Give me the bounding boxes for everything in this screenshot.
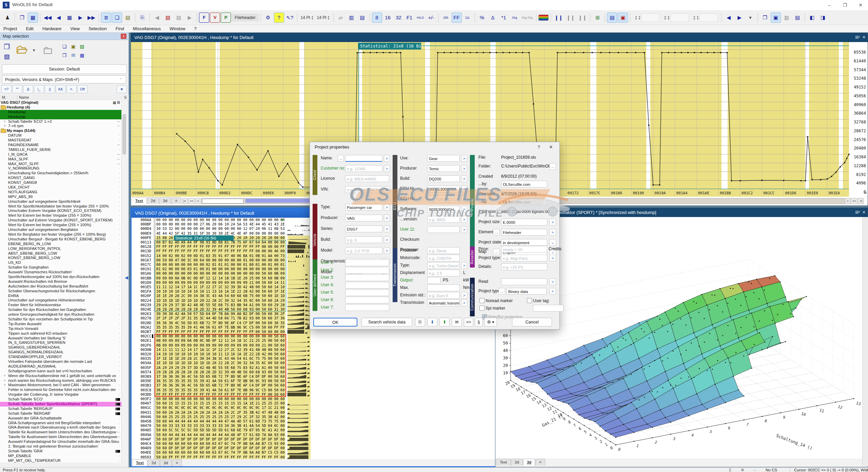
hex-byte[interactable]: 60 — [161, 428, 167, 432]
hex-byte[interactable]: 87 — [249, 428, 255, 432]
hex-byte[interactable]: FF — [155, 330, 161, 334]
hex-byte[interactable]: 00 — [255, 325, 261, 330]
user-2-input[interactable] — [345, 267, 389, 274]
hex-byte[interactable]: 5C — [180, 428, 186, 432]
hex-byte[interactable]: 6B — [199, 321, 205, 325]
hex-byte[interactable]: DF — [267, 437, 273, 441]
hex-byte[interactable]: 00 — [279, 415, 285, 419]
hex-byte[interactable]: 44 — [255, 222, 261, 227]
hex-byte[interactable]: 41 — [193, 325, 199, 330]
hex-byte[interactable]: 00 — [279, 231, 285, 236]
hex-byte[interactable]: DF — [193, 446, 199, 450]
panel-close-button[interactable]: x — [121, 34, 126, 39]
hilo-button[interactable]: HILO — [415, 13, 426, 23]
hex-byte[interactable]: 00 — [255, 316, 261, 320]
sign-button[interactable]: +/- — [426, 13, 436, 23]
hex-byte[interactable]: 8B — [230, 325, 236, 330]
hex-byte[interactable]: 15 — [180, 401, 186, 406]
hex-byte[interactable]: DF — [205, 437, 211, 441]
hex-byte[interactable]: 65 — [193, 321, 199, 325]
new-version-icon[interactable]: ❏ — [60, 43, 68, 50]
hex-byte[interactable]: 00 — [261, 218, 267, 222]
tree-map-row[interactable]: TABELLE_FUER_SERIE· — [0, 148, 121, 152]
hex-byte[interactable]: 9A — [249, 450, 255, 455]
hex-byte[interactable]: 00 — [279, 428, 285, 432]
hex-byte[interactable]: 00 — [161, 397, 167, 401]
hex-byte[interactable]: 48 — [267, 410, 273, 415]
hex-byte[interactable]: 48 — [230, 433, 236, 437]
tab-Text[interactable]: Text — [496, 459, 511, 466]
hex-byte[interactable]: 50 — [261, 312, 267, 316]
hex-byte[interactable]: B2 — [242, 312, 248, 316]
hex-byte[interactable]: 61 — [249, 433, 255, 437]
user-tag-input[interactable] — [533, 305, 564, 312]
hex-byte[interactable]: 08 — [161, 236, 167, 240]
hex-byte[interactable]: DF — [249, 321, 255, 325]
expand-button[interactable]: > — [384, 165, 390, 172]
hex-byte[interactable]: CF — [242, 321, 248, 325]
hex-byte[interactable]: 15 — [205, 401, 211, 406]
hex-byte[interactable]: 5D — [193, 428, 199, 432]
cancel-button[interactable]: Cancel — [512, 318, 552, 327]
hex-byte[interactable]: 25 — [186, 415, 193, 419]
filter-button-6[interactable]: =. — [66, 85, 77, 93]
hex-byte[interactable]: 4F — [236, 433, 242, 437]
hex-byte[interactable]: 68 — [230, 428, 236, 432]
hex-byte[interactable]: 17 — [261, 406, 267, 410]
filter-button-3[interactable]: i_ — [34, 85, 44, 93]
hex-byte[interactable]: 33 — [186, 424, 193, 428]
hex-byte[interactable]: 5C — [186, 428, 193, 432]
tree-map-row[interactable]: MASTERDAT· — [0, 138, 121, 143]
hex-byte[interactable]: 36 — [273, 321, 279, 325]
hex-byte[interactable]: DF — [199, 437, 205, 441]
hex-byte[interactable]: FF — [180, 455, 186, 459]
hex-byte[interactable]: 00 — [174, 227, 180, 231]
hex-byte[interactable]: FF — [273, 325, 279, 330]
hex-byte[interactable]: 2A — [205, 410, 211, 415]
hex-byte[interactable]: 00 — [279, 330, 285, 334]
tree-map-row[interactable]: PAGINDEXNAME— — [0, 143, 121, 148]
hex-byte[interactable]: FF — [249, 455, 255, 459]
comm-ptype-input[interactable]: Binary data — [507, 288, 547, 295]
hex-byte[interactable]: 61 — [211, 325, 217, 330]
hex-byte[interactable]: 44 — [205, 433, 211, 437]
hex-byte[interactable]: 4A — [249, 424, 255, 428]
window-close-icon[interactable]: ✕ — [862, 35, 866, 40]
hex-byte[interactable]: 36 — [155, 321, 161, 325]
user-4-input[interactable] — [345, 282, 389, 289]
hex-byte[interactable]: 00 — [279, 406, 285, 410]
tree-map-row[interactable]: MPV_ABS_89· — [0, 195, 121, 199]
hex-byte[interactable]: 33 — [211, 424, 217, 428]
hex-byte[interactable]: 00 — [155, 222, 161, 227]
hex-byte[interactable]: FF — [223, 455, 230, 459]
window-switch-icon[interactable]: ⎘ — [137, 13, 147, 23]
hex-byte[interactable]: 00 — [217, 218, 223, 222]
hex-byte[interactable]: 33 — [193, 424, 199, 428]
hex-byte[interactable]: 0C — [193, 406, 199, 410]
hex-byte[interactable]: 60 — [161, 424, 167, 428]
hex-byte[interactable]: 60 — [267, 312, 273, 316]
hex-byte[interactable]: 30 — [155, 312, 161, 316]
filter-button-2[interactable]: Δ — [23, 85, 33, 93]
hex-byte[interactable]: 00 — [279, 410, 285, 415]
tree-map-row[interactable]: IN_S_GANGSTUFE6_SPERREN· — [0, 340, 121, 345]
hex-byte[interactable]: 2A — [174, 410, 180, 415]
hex-byte[interactable]: 50 — [155, 446, 161, 450]
hex-byte[interactable]: 41 — [242, 424, 248, 428]
hex-byte[interactable]: 44 — [205, 316, 211, 320]
plugin-icon[interactable]: ▩ — [78, 52, 86, 59]
tree-map-row[interactable]: Umschalter auf vorgegebenen Bergfaktor· — [0, 228, 121, 232]
window-restore-close-icon[interactable]: ⊞ˣ — [855, 210, 860, 215]
compare-maps2-icon[interactable]: ▧ — [174, 13, 184, 23]
width-8bit-button[interactable]: 8 — [372, 13, 382, 23]
tree-map-row[interactable]: Tippen auch während KD erlauben· — [0, 331, 121, 336]
hex-byte[interactable]: 20 — [255, 236, 261, 240]
hex-byte[interactable]: 60 — [161, 410, 167, 415]
hex-byte[interactable]: 0C — [168, 406, 174, 410]
hex-byte[interactable]: 2A — [186, 410, 193, 415]
hex-byte[interactable]: 60 — [161, 401, 167, 406]
hex-byte[interactable]: 2A — [217, 410, 223, 415]
hex-byte[interactable]: 00 — [223, 227, 230, 231]
tree-map-row[interactable]: ✶7->6 rpm— — [0, 124, 121, 129]
tree-map-row[interactable]: Schalter Überwachungsmodul für Rückschal… — [0, 289, 121, 294]
